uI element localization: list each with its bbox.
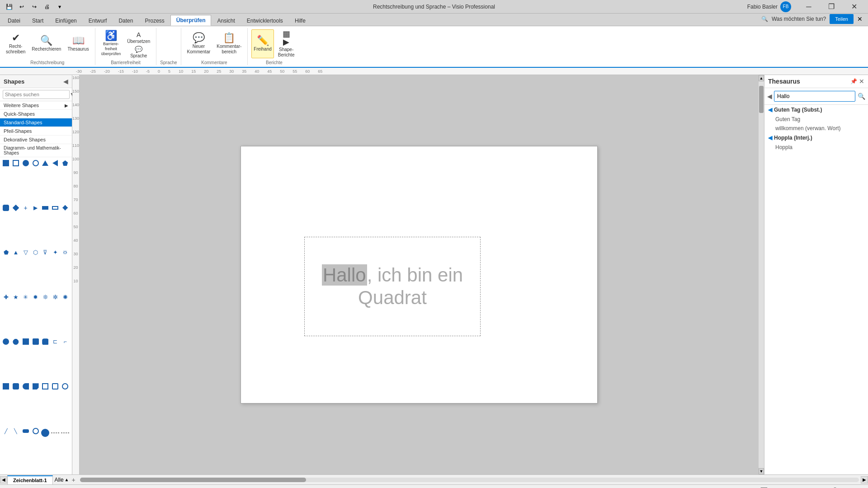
shape-item[interactable]: + <box>22 204 30 212</box>
shape-item[interactable] <box>12 204 20 212</box>
shape-item[interactable] <box>61 382 69 390</box>
sprache-button[interactable]: 💬 Sprache <box>125 44 152 58</box>
sheet-scroll-left-button[interactable]: ◀ <box>0 476 7 483</box>
shape-item[interactable] <box>61 427 69 435</box>
shape-item[interactable]: ⊏ <box>51 338 59 346</box>
shape-item[interactable]: ⛭ <box>61 249 69 257</box>
shape-container[interactable]: Hallo, ich bin ein Quadrat <box>304 237 481 336</box>
shape-item[interactable] <box>61 204 69 212</box>
redo-button[interactable]: ↪ <box>29 1 40 12</box>
category-pfeil-shapes[interactable]: Pfeil-Shapes <box>0 127 72 136</box>
scroll-thumb[interactable] <box>759 86 764 113</box>
shape-item[interactable] <box>12 338 20 346</box>
shape-item[interactable]: ✚ <box>2 293 10 301</box>
shape-item[interactable]: ★ <box>12 293 20 301</box>
shape-item[interactable]: ✳ <box>22 293 30 301</box>
kommentarbereich-button[interactable]: 📋 Kommentar-bereich <box>214 29 244 58</box>
shape-item[interactable] <box>2 159 10 167</box>
shapes-collapse-button[interactable]: ◀ <box>63 78 68 85</box>
thesaurus-search-button[interactable]: 🔍 <box>857 92 865 101</box>
shape-item[interactable] <box>51 427 59 435</box>
thesaurus-button[interactable]: 📖 Thesaurus <box>65 29 91 58</box>
tab-hilfe[interactable]: Hilfe <box>289 15 311 26</box>
thesaurus-back-button[interactable]: ◀ <box>767 93 772 100</box>
shape-item[interactable]: ╲ <box>12 427 20 435</box>
shape-item[interactable] <box>61 159 69 167</box>
horizontal-scrollbar-thumb[interactable] <box>80 478 306 482</box>
ribbon-close-button[interactable]: ✕ <box>857 15 863 23</box>
category-quick-shapes[interactable]: Quick-Shapes <box>0 110 72 118</box>
shape-item[interactable]: ⬡ <box>32 249 40 257</box>
tab-datei[interactable]: Datei <box>2 15 26 26</box>
category-weitere-shapes[interactable]: Weitere Shapes ▶ <box>0 101 72 110</box>
category-dekorative-shapes[interactable]: Dekorative Shapes <box>0 136 72 144</box>
tab-daten[interactable]: Daten <box>113 15 139 26</box>
barrierefreiheit-button[interactable]: ♿ Barriere-freiheitüberprüfen <box>99 29 123 58</box>
scroll-track[interactable] <box>759 81 764 468</box>
shape-item[interactable] <box>51 159 59 167</box>
restore-button[interactable]: ❐ <box>821 0 842 14</box>
scroll-right-button[interactable]: ▶ <box>861 476 868 483</box>
shape-item[interactable]: ⊽ <box>41 249 49 257</box>
tab-einfuegen[interactable]: Einfügen <box>49 15 82 26</box>
scroll-down-button[interactable]: ▼ <box>759 468 764 474</box>
thesaurus-search-input[interactable] <box>774 91 855 102</box>
recherchieren-button[interactable]: 🔍 Recherchieren <box>29 29 63 58</box>
shape-item[interactable]: ✦ <box>51 249 59 257</box>
sheet-tab-1[interactable]: Zeichenblatt-1 <box>7 475 53 484</box>
tab-prozess[interactable]: Prozess <box>139 15 170 26</box>
shape-item[interactable] <box>51 382 59 390</box>
category-standard-shapes[interactable]: Standard-Shapes <box>0 118 72 127</box>
shape-item[interactable]: ⌐ <box>61 338 69 346</box>
shape-item[interactable] <box>22 382 30 390</box>
thesaurus-entry-2-1[interactable]: Hoppla <box>764 143 868 152</box>
tab-entwurf[interactable]: Entwurf <box>83 15 113 26</box>
shape-item[interactable]: ✸ <box>32 293 40 301</box>
shape-item[interactable] <box>12 159 20 167</box>
close-button[interactable]: ✕ <box>844 0 864 14</box>
shape-item[interactable] <box>32 338 40 346</box>
shapes-search-input[interactable] <box>3 90 70 99</box>
shape-item[interactable] <box>12 382 20 390</box>
shape-item[interactable] <box>41 429 49 437</box>
rechtschreibung-button[interactable]: ✔ Recht-schreiben <box>4 29 28 58</box>
shape-item[interactable]: ✼ <box>51 293 59 301</box>
thesaurus-entry-1-1[interactable]: Guten Tag <box>764 115 868 124</box>
shape-item[interactable] <box>41 338 49 346</box>
shape-item[interactable]: ▽ <box>22 249 30 257</box>
thesaurus-entry-1-2[interactable]: willkommen (verwan. Wort) <box>764 124 868 133</box>
shape-item[interactable] <box>22 159 30 167</box>
undo-button[interactable]: ↩ <box>16 1 27 12</box>
tab-entwicklertools[interactable]: Entwicklertools <box>241 15 289 26</box>
shape-item[interactable]: ❊ <box>41 293 49 301</box>
category-diagramm-shapes[interactable]: Diagramm- und Mathematik-Shapes <box>0 144 72 157</box>
shape-item[interactable] <box>41 204 49 212</box>
shape-item[interactable] <box>2 204 10 212</box>
tab-ansicht[interactable]: Ansicht <box>211 15 241 26</box>
print-button[interactable]: 🖨 <box>42 1 52 12</box>
share-button[interactable]: Teilen <box>830 14 854 24</box>
qat-dropdown-button[interactable]: ▾ <box>54 1 65 12</box>
search-whatdo-label[interactable]: Was möchten Sie tun? <box>772 16 826 22</box>
shape-item[interactable] <box>22 338 30 346</box>
shape-item[interactable] <box>32 159 40 167</box>
shape-item[interactable] <box>41 159 49 167</box>
horizontal-scrollbar-track[interactable] <box>80 478 859 482</box>
shape-item[interactable] <box>32 382 40 390</box>
shape-item[interactable] <box>2 382 10 390</box>
add-sheet-button[interactable]: + <box>69 475 78 484</box>
shape-item[interactable]: ⬟ <box>2 249 10 257</box>
shape-item[interactable] <box>2 338 10 346</box>
canvas-area[interactable]: Hallo, ich bin ein Quadrat <box>80 75 759 474</box>
shape-item[interactable] <box>32 427 40 435</box>
thesaurus-section-header-1[interactable]: ◀ Guten Tag (Subst.) <box>764 105 868 115</box>
shape-item[interactable]: ▲ <box>12 249 20 257</box>
page-canvas[interactable]: Hallo, ich bin ein Quadrat <box>241 146 598 404</box>
neuer-kommentar-button[interactable]: 💬 NeuerKommentar <box>185 29 213 58</box>
shape-item[interactable] <box>41 382 49 390</box>
shape-item[interactable] <box>22 427 30 435</box>
shape-item[interactable]: ✺ <box>61 293 69 301</box>
tab-start[interactable]: Start <box>26 15 49 26</box>
minimize-button[interactable]: ─ <box>798 0 819 14</box>
vertical-scrollbar[interactable]: ▲ ▼ <box>759 75 764 474</box>
